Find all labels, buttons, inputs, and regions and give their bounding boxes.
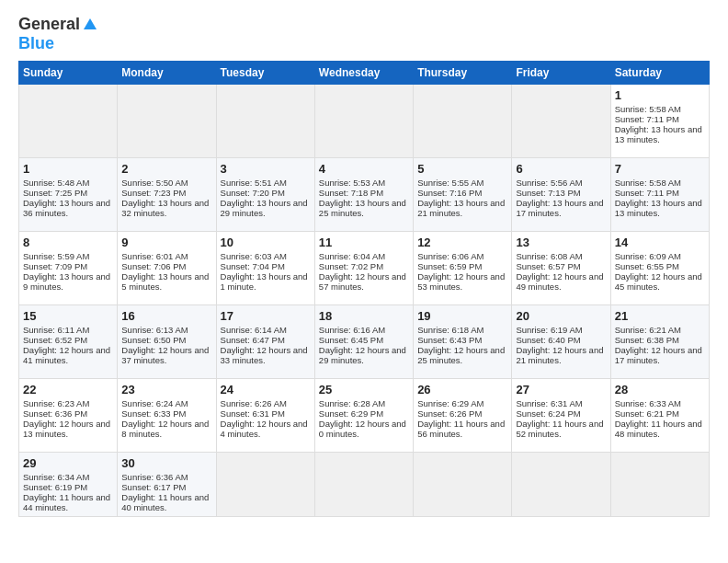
logo: General Blue bbox=[18, 15, 98, 53]
day-header-saturday: Saturday bbox=[610, 62, 709, 85]
day-header-tuesday: Tuesday bbox=[216, 62, 314, 85]
sunrise-text: Sunrise: 6:16 AM bbox=[319, 325, 409, 335]
sunset-text: Sunset: 7:09 PM bbox=[23, 261, 113, 271]
day-number: 23 bbox=[121, 383, 211, 396]
calendar-cell: 13Sunrise: 6:08 AMSunset: 6:57 PMDayligh… bbox=[512, 232, 610, 305]
sunrise-text: Sunrise: 6:06 AM bbox=[417, 251, 507, 261]
daylight-text: Daylight: 12 hours and 25 minutes. bbox=[417, 345, 507, 365]
day-number: 13 bbox=[516, 236, 606, 249]
day-number: 24 bbox=[221, 383, 311, 396]
sunset-text: Sunset: 6:40 PM bbox=[516, 335, 606, 345]
sunset-text: Sunset: 7:04 PM bbox=[221, 261, 311, 271]
calendar-cell bbox=[512, 453, 610, 517]
day-number: 14 bbox=[615, 236, 705, 249]
day-number: 1 bbox=[23, 162, 113, 176]
calendar-cell: 9Sunrise: 6:01 AMSunset: 7:06 PMDaylight… bbox=[118, 232, 216, 305]
sunrise-text: Sunrise: 6:34 AM bbox=[23, 472, 113, 482]
sunset-text: Sunset: 6:45 PM bbox=[319, 335, 409, 345]
calendar-cell: 1Sunrise: 5:58 AMSunset: 7:11 PMDaylight… bbox=[610, 85, 709, 158]
daylight-text: Daylight: 12 hours and 17 minutes. bbox=[615, 345, 705, 365]
calendar-cell: 17Sunrise: 6:14 AMSunset: 6:47 PMDayligh… bbox=[216, 305, 314, 379]
calendar-cell: 11Sunrise: 6:04 AMSunset: 7:02 PMDayligh… bbox=[314, 232, 413, 305]
sunset-text: Sunset: 6:31 PM bbox=[221, 408, 311, 419]
calendar-cell: 12Sunrise: 6:06 AMSunset: 6:59 PMDayligh… bbox=[414, 232, 512, 305]
calendar-cell: 8Sunrise: 5:59 AMSunset: 7:09 PMDaylight… bbox=[19, 232, 118, 305]
calendar-week-row: 1Sunrise: 5:48 AMSunset: 7:25 PMDaylight… bbox=[19, 158, 710, 232]
daylight-text: Daylight: 11 hours and 40 minutes. bbox=[121, 492, 211, 512]
day-number: 6 bbox=[516, 162, 606, 176]
sunset-text: Sunset: 7:11 PM bbox=[615, 114, 705, 124]
calendar-cell: 4Sunrise: 5:53 AMSunset: 7:18 PMDaylight… bbox=[314, 158, 413, 232]
daylight-text: Daylight: 13 hours and 9 minutes. bbox=[23, 271, 113, 292]
daylight-text: Daylight: 12 hours and 49 minutes. bbox=[516, 271, 606, 292]
daylight-text: Daylight: 11 hours and 44 minutes. bbox=[23, 492, 113, 512]
sunrise-text: Sunrise: 5:55 AM bbox=[417, 178, 507, 188]
sunrise-text: Sunrise: 6:14 AM bbox=[221, 325, 311, 335]
calendar-cell: 1Sunrise: 5:48 AMSunset: 7:25 PMDaylight… bbox=[19, 158, 118, 232]
day-header-friday: Friday bbox=[512, 62, 610, 85]
calendar-cell: 6Sunrise: 5:56 AMSunset: 7:13 PMDaylight… bbox=[512, 158, 610, 232]
daylight-text: Daylight: 13 hours and 17 minutes. bbox=[516, 198, 606, 218]
daylight-text: Daylight: 12 hours and 29 minutes. bbox=[319, 345, 409, 365]
daylight-text: Daylight: 12 hours and 45 minutes. bbox=[615, 271, 705, 292]
daylight-text: Daylight: 12 hours and 4 minutes. bbox=[221, 419, 311, 439]
calendar-cell: 10Sunrise: 6:03 AMSunset: 7:04 PMDayligh… bbox=[216, 232, 314, 305]
day-number: 22 bbox=[23, 383, 113, 396]
sunrise-text: Sunrise: 6:21 AM bbox=[615, 325, 705, 335]
day-number: 16 bbox=[121, 309, 211, 323]
calendar-cell: 21Sunrise: 6:21 AMSunset: 6:38 PMDayligh… bbox=[610, 305, 709, 379]
daylight-text: Daylight: 13 hours and 13 minutes. bbox=[615, 198, 705, 218]
sunset-text: Sunset: 7:23 PM bbox=[121, 188, 211, 198]
sunrise-text: Sunrise: 6:18 AM bbox=[417, 325, 507, 335]
sunset-text: Sunset: 7:16 PM bbox=[417, 188, 507, 198]
calendar-cell: 14Sunrise: 6:09 AMSunset: 6:55 PMDayligh… bbox=[610, 232, 709, 305]
sunset-text: Sunset: 7:02 PM bbox=[319, 261, 409, 271]
svg-marker-0 bbox=[84, 18, 97, 29]
calendar-cell: 20Sunrise: 6:19 AMSunset: 6:40 PMDayligh… bbox=[512, 305, 610, 379]
daylight-text: Daylight: 12 hours and 21 minutes. bbox=[516, 345, 606, 365]
calendar-week-row: 8Sunrise: 5:59 AMSunset: 7:09 PMDaylight… bbox=[19, 232, 710, 305]
sunset-text: Sunset: 6:33 PM bbox=[121, 408, 211, 419]
sunset-text: Sunset: 6:57 PM bbox=[516, 261, 606, 271]
calendar-cell bbox=[414, 453, 512, 517]
calendar-cell bbox=[19, 85, 118, 158]
day-header-monday: Monday bbox=[118, 62, 216, 85]
day-number: 15 bbox=[23, 309, 113, 323]
day-number: 10 bbox=[221, 236, 311, 249]
day-number: 9 bbox=[121, 236, 211, 249]
calendar-cell: 5Sunrise: 5:55 AMSunset: 7:16 PMDaylight… bbox=[414, 158, 512, 232]
calendar-page: General Blue SundayMondayTuesdayWednesda… bbox=[0, 0, 728, 563]
sunrise-text: Sunrise: 6:31 AM bbox=[516, 398, 606, 408]
calendar-header-row: SundayMondayTuesdayWednesdayThursdayFrid… bbox=[19, 62, 710, 85]
daylight-text: Daylight: 12 hours and 13 minutes. bbox=[23, 419, 113, 439]
day-number: 19 bbox=[417, 309, 507, 323]
day-number: 2 bbox=[121, 162, 211, 176]
sunset-text: Sunset: 7:13 PM bbox=[516, 188, 606, 198]
calendar-week-row: 29Sunrise: 6:34 AMSunset: 6:19 PMDayligh… bbox=[19, 453, 710, 517]
calendar-cell: 27Sunrise: 6:31 AMSunset: 6:24 PMDayligh… bbox=[512, 379, 610, 453]
daylight-text: Daylight: 12 hours and 53 minutes. bbox=[417, 271, 507, 292]
sunrise-text: Sunrise: 5:53 AM bbox=[319, 178, 409, 188]
daylight-text: Daylight: 12 hours and 8 minutes. bbox=[121, 419, 211, 439]
sunrise-text: Sunrise: 5:58 AM bbox=[615, 104, 705, 114]
daylight-text: Daylight: 11 hours and 56 minutes. bbox=[417, 419, 507, 439]
daylight-text: Daylight: 13 hours and 25 minutes. bbox=[319, 198, 409, 218]
sunrise-text: Sunrise: 5:59 AM bbox=[23, 251, 113, 261]
daylight-text: Daylight: 13 hours and 1 minute. bbox=[221, 271, 311, 292]
daylight-text: Daylight: 13 hours and 13 minutes. bbox=[615, 124, 705, 144]
daylight-text: Daylight: 13 hours and 21 minutes. bbox=[417, 198, 507, 218]
sunset-text: Sunset: 6:43 PM bbox=[417, 335, 507, 345]
day-number: 30 bbox=[121, 456, 211, 470]
calendar-cell bbox=[216, 453, 314, 517]
daylight-text: Daylight: 12 hours and 41 minutes. bbox=[23, 345, 113, 365]
sunrise-text: Sunrise: 6:33 AM bbox=[615, 398, 705, 408]
daylight-text: Daylight: 11 hours and 52 minutes. bbox=[516, 419, 606, 439]
sunrise-text: Sunrise: 6:26 AM bbox=[221, 398, 311, 408]
day-number: 29 bbox=[23, 456, 113, 470]
day-number: 28 bbox=[615, 383, 705, 396]
sunset-text: Sunset: 6:50 PM bbox=[121, 335, 211, 345]
sunrise-text: Sunrise: 6:11 AM bbox=[23, 325, 113, 335]
sunrise-text: Sunrise: 5:50 AM bbox=[121, 178, 211, 188]
sunrise-text: Sunrise: 6:04 AM bbox=[319, 251, 409, 261]
calendar-cell: 18Sunrise: 6:16 AMSunset: 6:45 PMDayligh… bbox=[314, 305, 413, 379]
